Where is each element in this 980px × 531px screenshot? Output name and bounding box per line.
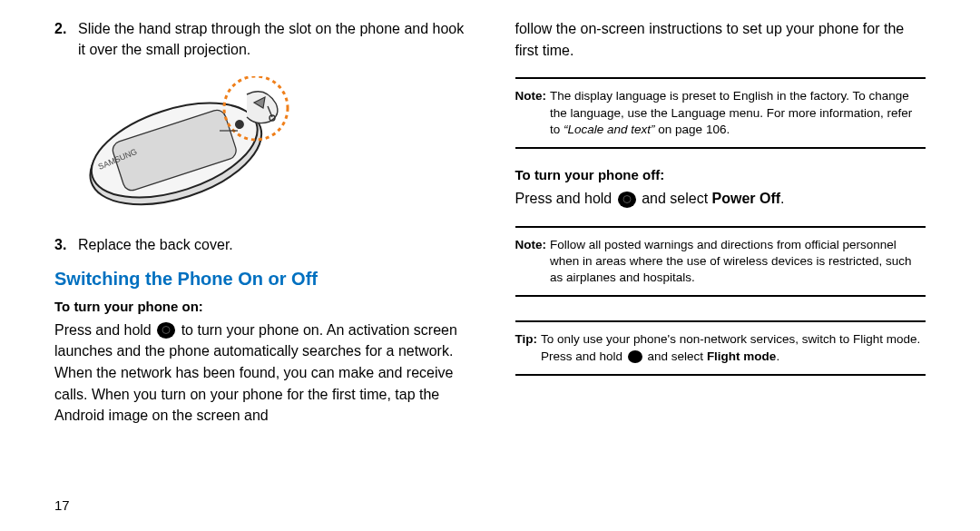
note-2-text: Follow all posted warnings and direction…: [550, 237, 926, 287]
note-language: Note: The display language is preset to …: [515, 86, 926, 140]
note-1-label: Note:: [515, 88, 547, 138]
section-heading-switching: Switching the Phone On or Off: [54, 269, 466, 290]
tip-text: To only use your phone's non-network ser…: [541, 331, 926, 364]
continued-text: follow the on-screen instructions to set…: [515, 18, 926, 61]
step-2: 2. Slide the hand strap through the slot…: [54, 18, 466, 60]
subheading-turn-on: To turn your phone on:: [54, 299, 466, 314]
note-2-label: Note:: [515, 237, 547, 287]
tip-flight-mode: Tip: To only use your phone's non-networ…: [515, 329, 926, 366]
flight-mode-label: Flight mode: [707, 349, 777, 363]
note-1-italic: “Locale and text”: [564, 123, 655, 136]
note-warnings: Note: Follow all posted warnings and dir…: [515, 235, 926, 289]
note-1-text: The display language is preset to Englis…: [550, 88, 926, 138]
divider-5: [515, 320, 926, 322]
turn-on-body: Press and hold to turn your phone on. An…: [54, 320, 466, 427]
left-column: 2. Slide the hand strap through the slot…: [54, 18, 466, 513]
turn-on-before: Press and hold: [54, 322, 155, 338]
turn-off-dot: .: [780, 191, 784, 206]
power-icon: [157, 322, 175, 339]
divider-4: [515, 295, 926, 297]
phone-illustration: SAMSUNG: [61, 76, 315, 221]
turn-off-before: Press and hold: [515, 191, 616, 206]
subheading-turn-off: To turn your phone off:: [515, 167, 926, 182]
page-number: 17: [54, 479, 466, 513]
divider-2: [515, 147, 926, 149]
right-column: follow the on-screen instructions to set…: [515, 18, 926, 513]
power-off-label: Power Off: [712, 191, 781, 206]
turn-off-after-1: and select: [642, 191, 711, 206]
divider-1: [515, 77, 926, 79]
divider-6: [515, 374, 926, 376]
step-3-text: Replace the back cover.: [78, 234, 466, 255]
divider-3: [515, 226, 926, 228]
tip-label: Tip:: [515, 331, 538, 364]
step-3: 3. Replace the back cover.: [54, 234, 466, 255]
power-icon: [628, 350, 642, 363]
turn-off-body: Press and hold and select Power Off.: [515, 188, 926, 210]
step-2-text: Slide the hand strap through the slot on…: [78, 18, 466, 60]
step-2-number: 2.: [54, 18, 71, 60]
power-icon: [618, 192, 636, 208]
step-3-number: 3.: [54, 234, 71, 255]
phone-strap-figure: SAMSUNG: [61, 76, 315, 221]
